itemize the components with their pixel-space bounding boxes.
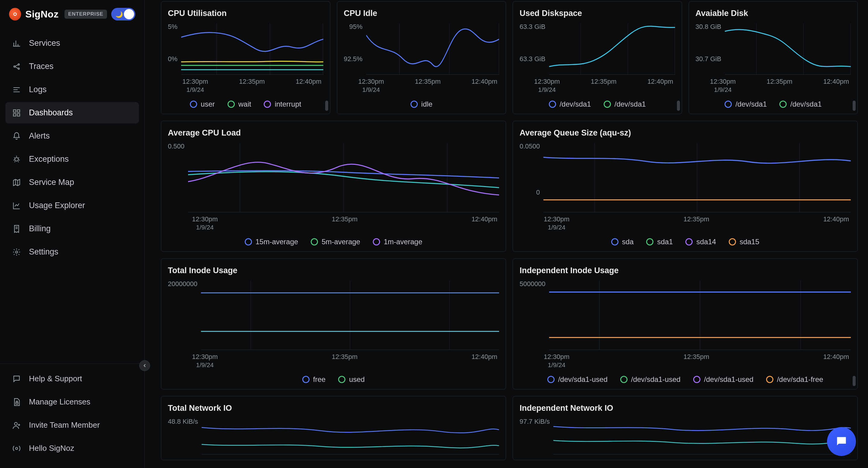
svg-rect-5 bbox=[13, 110, 16, 112]
legend-label: 15m-average bbox=[255, 238, 298, 246]
sidebar-item-billing[interactable]: Billing bbox=[5, 218, 139, 239]
y-axis-labels: 95%92.5% bbox=[344, 24, 366, 62]
legend-swatch bbox=[611, 238, 618, 245]
sidebar-item-label: Traces bbox=[29, 62, 54, 71]
legend-scrollbar[interactable] bbox=[852, 101, 856, 111]
sidebar-item-label: Exceptions bbox=[29, 155, 69, 164]
legend-item[interactable]: used bbox=[338, 375, 365, 384]
y-axis-labels: 0.05000 bbox=[520, 143, 544, 196]
legend: userwaitinterrupt bbox=[168, 100, 323, 108]
legend-item[interactable]: interrupt bbox=[264, 100, 301, 108]
sidebar-item-label: Billing bbox=[29, 224, 51, 233]
panel-average-queue-size[interactable]: Average Queue Size (aqu-sz) 0.05000 12:3… bbox=[513, 121, 858, 252]
sidebar-item-label: Hello SigNoz bbox=[29, 444, 74, 453]
sidebar-item-exceptions[interactable]: Exceptions bbox=[5, 148, 139, 170]
chat-fab[interactable] bbox=[827, 427, 856, 456]
legend-scrollbar[interactable] bbox=[325, 101, 328, 111]
legend-item[interactable]: idle bbox=[410, 100, 433, 108]
legend-swatch bbox=[766, 376, 773, 383]
legend-swatch bbox=[724, 101, 732, 108]
legend-swatch bbox=[302, 376, 310, 383]
legend-item[interactable]: user bbox=[190, 100, 215, 108]
panel-cpu-utilisation[interactable]: CPU Utilisation 5%0% 12:30pm1/9/24 12:35… bbox=[161, 1, 330, 114]
sidebar-item-help-support[interactable]: Help & Support bbox=[5, 368, 139, 390]
panel-used-diskspace[interactable]: Used Diskspace 63.3 GiB63.3 GiB 12:30pm1… bbox=[513, 1, 682, 114]
sidebar-item-usage-explorer[interactable]: Usage Explorer bbox=[5, 195, 139, 216]
svg-rect-8 bbox=[17, 113, 20, 116]
sidebar-item-logs[interactable]: Logs bbox=[5, 79, 139, 100]
panel-title: Used Diskspace bbox=[520, 9, 675, 18]
sidebar-item-dashboards[interactable]: Dashboards bbox=[5, 102, 139, 124]
legend-swatch bbox=[604, 101, 611, 108]
sidebar-item-alerts[interactable]: Alerts bbox=[5, 125, 139, 147]
panel-title: Total Inode Usage bbox=[168, 266, 499, 275]
svg-point-4 bbox=[18, 68, 20, 69]
legend-item[interactable]: sda15 bbox=[729, 238, 759, 246]
legend-item[interactable]: sda bbox=[611, 238, 634, 246]
legend-item[interactable]: 15m-average bbox=[245, 238, 298, 246]
sidebar-item-hello-signoz[interactable]: Hello SigNoz bbox=[5, 438, 139, 459]
sidebar-item-invite-team-member[interactable]: Invite Team Member bbox=[5, 414, 139, 436]
legend-swatch bbox=[620, 376, 627, 383]
panel-title: Total Network IO bbox=[168, 404, 499, 413]
legend-swatch bbox=[338, 376, 345, 383]
panel-average-cpu-load[interactable]: Average CPU Load 0.500 12:30pm1/9/24 12:… bbox=[161, 121, 506, 252]
legend-item[interactable]: sda1 bbox=[646, 238, 673, 246]
legend-label: /dev/sda1-free bbox=[777, 375, 823, 384]
legend-scrollbar[interactable] bbox=[852, 376, 856, 386]
align-left-icon bbox=[12, 86, 21, 94]
panel-title: Avaiable Disk bbox=[695, 9, 851, 18]
panel-independent-inode-usage[interactable]: Independent Inode Usage 5000000 12:30pm1… bbox=[513, 258, 858, 390]
legend-item[interactable]: /dev/sda1 bbox=[549, 100, 591, 108]
panel-total-network-io[interactable]: Total Network IO 48.8 KiB/s bbox=[161, 396, 506, 460]
sidebar-nav: ServicesTracesLogsDashboardsAlertsExcept… bbox=[0, 30, 144, 364]
sidebar-item-settings[interactable]: Settings bbox=[5, 241, 139, 263]
y-axis-labels: 97.7 KiB/s bbox=[520, 418, 553, 446]
sidebar-item-label: Settings bbox=[29, 247, 59, 257]
legend-scrollbar[interactable] bbox=[677, 101, 680, 111]
x-axis-labels: 12:30pm1/9/24 12:35pm 12:40pm bbox=[168, 212, 499, 231]
sidebar-item-service-map[interactable]: Service Map bbox=[5, 172, 139, 193]
panel-cpu-idle[interactable]: CPU Idle 95%92.5% 12:30pm1/9/24 12:35pm … bbox=[337, 1, 506, 114]
legend-item[interactable]: /dev/sda1 bbox=[604, 100, 646, 108]
legend-swatch bbox=[729, 238, 736, 245]
x-axis-labels: 12:30pm1/9/24 12:35pm 12:40pm bbox=[168, 350, 499, 369]
panel-title: Average Queue Size (aqu-sz) bbox=[520, 128, 851, 138]
sidebar-item-manage-licenses[interactable]: Manage Licenses bbox=[5, 391, 139, 412]
panel-independent-network-io[interactable]: Independent Network IO 97.7 KiB/s bbox=[513, 396, 858, 460]
panel-available-disk[interactable]: Avaiable Disk 30.8 GiB30.7 GiB 12:30pm1/… bbox=[689, 1, 858, 114]
legend-label: /dev/sda1-used bbox=[631, 375, 681, 384]
x-axis-labels: 12:30pm1/9/24 12:35pm 12:40pm bbox=[520, 350, 851, 369]
legend-label: user bbox=[201, 100, 215, 108]
sidebar-bottom: Help & SupportManage LicensesInvite Team… bbox=[0, 364, 144, 468]
theme-toggle[interactable]: 🌙 bbox=[111, 8, 135, 21]
legend-item[interactable]: 5m-average bbox=[311, 238, 360, 246]
legend-item[interactable]: sda14 bbox=[685, 238, 716, 246]
legend-item[interactable]: /dev/sda1-used bbox=[547, 375, 608, 384]
legend-item[interactable]: /dev/sda1 bbox=[724, 100, 767, 108]
legend-item[interactable]: wait bbox=[227, 100, 251, 108]
legend-item[interactable]: /dev/sda1-free bbox=[766, 375, 823, 384]
svg-point-10 bbox=[16, 251, 18, 253]
legend-label: /dev/sda1 bbox=[615, 100, 646, 108]
sidebar-item-label: Service Map bbox=[29, 178, 74, 187]
legend-item[interactable]: /dev/sda1-used bbox=[693, 375, 753, 384]
legend-item[interactable]: /dev/sda1-used bbox=[620, 375, 681, 384]
legend-label: wait bbox=[239, 100, 251, 108]
radio-icon bbox=[12, 444, 21, 453]
panel-total-inode-usage[interactable]: Total Inode Usage 20000000 12:30pm1/9/24… bbox=[161, 258, 506, 390]
chart-area-icon bbox=[12, 201, 21, 210]
chart-plot bbox=[549, 24, 675, 75]
y-axis-labels: 5%0% bbox=[168, 24, 181, 62]
share-icon bbox=[12, 62, 21, 71]
legend-item[interactable]: 1m-average bbox=[373, 238, 422, 246]
sidebar-item-services[interactable]: Services bbox=[5, 33, 139, 54]
sidebar-collapse-button[interactable] bbox=[139, 360, 150, 371]
sidebar-item-traces[interactable]: Traces bbox=[5, 56, 139, 77]
gear-icon bbox=[12, 248, 21, 256]
x-axis-labels: 12:30pm1/9/24 12:35pm 12:40pm bbox=[695, 75, 851, 93]
legend-item[interactable]: /dev/sda1 bbox=[779, 100, 822, 108]
legend-item[interactable]: free bbox=[302, 375, 326, 384]
legend-swatch bbox=[311, 238, 318, 245]
y-axis-labels: 63.3 GiB63.3 GiB bbox=[520, 24, 549, 62]
